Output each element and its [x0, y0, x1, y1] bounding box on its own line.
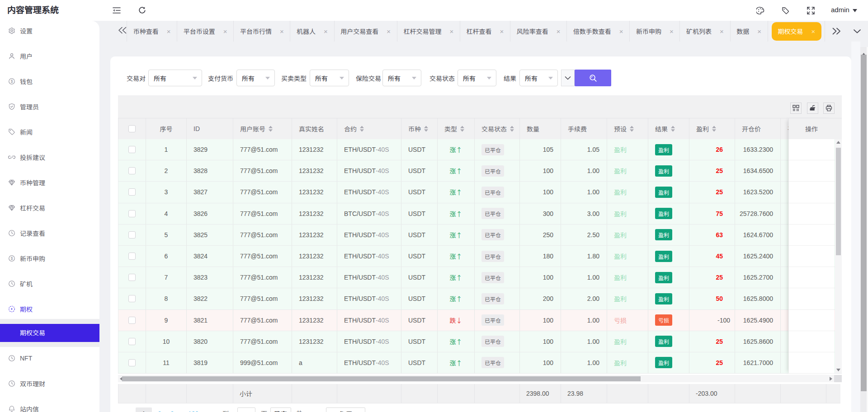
svg-text:$: $	[11, 256, 13, 261]
svg-text:$: $	[11, 79, 13, 84]
